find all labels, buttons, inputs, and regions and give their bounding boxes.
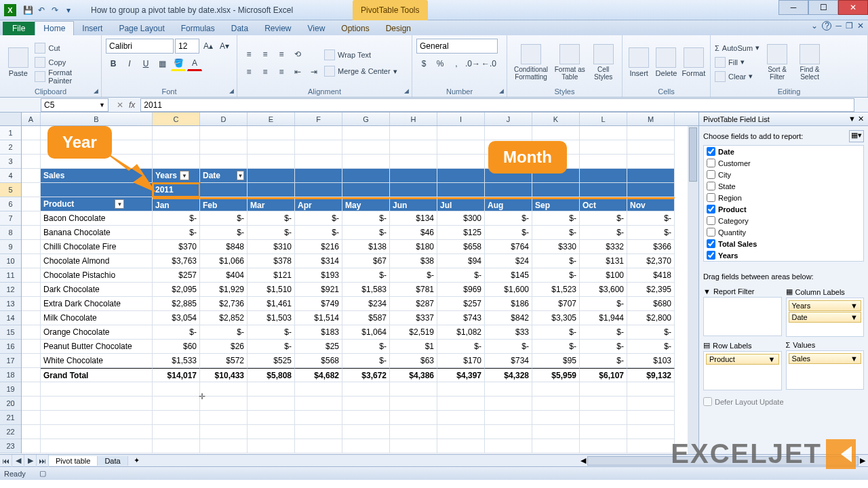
cell[interactable]: Sep (532, 197, 580, 211)
font-size-input[interactable] (175, 39, 199, 54)
cell[interactable]: $131 (580, 254, 627, 268)
cell[interactable] (627, 126, 675, 140)
cell[interactable]: $- (248, 340, 295, 354)
cell[interactable] (200, 382, 248, 396)
cell[interactable] (437, 425, 485, 439)
cell[interactable]: $10,433 (200, 368, 248, 382)
field-checkbox[interactable] (707, 182, 715, 190)
col-header-D[interactable]: D (200, 113, 248, 125)
cell[interactable] (22, 340, 41, 354)
field-checkbox[interactable] (707, 170, 715, 179)
cell[interactable] (532, 425, 580, 439)
area-chip-product[interactable]: Product▼ (706, 354, 779, 365)
cell[interactable]: $2,370 (627, 254, 675, 268)
cell[interactable]: $- (580, 297, 627, 311)
sheet-nav-next-icon[interactable]: ▶ (24, 455, 37, 467)
cell[interactable] (580, 425, 627, 439)
cell[interactable]: $- (342, 354, 390, 368)
tab-design[interactable]: Design (378, 22, 419, 35)
col-header-M[interactable]: M (627, 113, 675, 125)
cell[interactable] (22, 382, 41, 396)
cell[interactable]: $658 (437, 240, 485, 254)
conditional-formatting-button[interactable]: Conditional Formatting (511, 37, 551, 87)
alignment-launcher-icon[interactable]: ◢ (402, 87, 410, 96)
cell[interactable] (41, 396, 153, 411)
cell[interactable]: $- (532, 211, 580, 226)
row-header-14[interactable]: 14 (0, 311, 21, 325)
cell[interactable] (437, 382, 485, 396)
cell[interactable]: Peanut Butter Chocolate (41, 340, 153, 354)
cell[interactable] (437, 439, 485, 453)
underline-button[interactable]: U (138, 56, 153, 71)
cell[interactable]: $2,395 (627, 283, 675, 297)
cell[interactable] (22, 126, 41, 140)
row-header-15[interactable]: 15 (0, 325, 21, 340)
cell[interactable]: $- (342, 340, 390, 354)
cell[interactable]: $- (580, 226, 627, 240)
col-header-I[interactable]: I (437, 113, 485, 125)
cell[interactable]: $3,305 (532, 311, 580, 325)
merge-center-button[interactable]: Merge & Center ▾ (324, 64, 397, 78)
cell[interactable]: $300 (437, 211, 485, 226)
cell[interactable] (390, 382, 437, 396)
cell[interactable]: $- (532, 254, 580, 268)
cell[interactable]: $370 (153, 240, 200, 254)
cell[interactable] (437, 140, 485, 155)
cell[interactable] (437, 411, 485, 425)
cell[interactable]: Apr (295, 197, 342, 211)
field-state[interactable]: State (704, 180, 863, 192)
cell[interactable] (248, 169, 295, 183)
cell[interactable]: $378 (248, 254, 295, 268)
cell[interactable] (580, 183, 627, 197)
comma-icon[interactable]: , (449, 56, 464, 71)
cell[interactable]: $1,064 (342, 325, 390, 340)
cell[interactable]: Chilli Chocolate Fire (41, 240, 153, 254)
cell[interactable] (627, 183, 675, 197)
row-labels-area[interactable]: Product▼ (703, 351, 782, 390)
decrease-decimal-icon[interactable]: ←.0 (481, 56, 496, 71)
column-labels-area[interactable]: Years▼Date▼ (786, 298, 865, 337)
insert-button[interactable]: Insert (627, 37, 651, 87)
cell[interactable] (342, 140, 390, 155)
cell[interactable]: $- (580, 354, 627, 368)
cut-button[interactable]: Cut (35, 41, 97, 55)
col-header-J[interactable]: J (485, 113, 532, 125)
formula-input[interactable]: 2011 (140, 98, 854, 112)
qat-customize-icon[interactable]: ▾ (62, 4, 75, 16)
cell[interactable] (627, 425, 675, 439)
cell[interactable]: $3,763 (153, 254, 200, 268)
cell[interactable]: $- (295, 226, 342, 240)
workbook-close-icon[interactable]: ✕ (857, 21, 864, 30)
cell[interactable] (153, 411, 200, 425)
cell[interactable]: $145 (485, 268, 532, 283)
fill-color-button[interactable]: 🪣 (171, 56, 186, 71)
find-select-button[interactable]: Find & Select (795, 37, 825, 87)
cell[interactable] (485, 411, 532, 425)
row-header-20[interactable]: 20 (0, 396, 21, 411)
cell[interactable]: $749 (295, 297, 342, 311)
cell[interactable] (580, 155, 627, 169)
cell[interactable] (22, 140, 41, 155)
number-launcher-icon[interactable]: ◢ (497, 87, 505, 96)
cell[interactable] (295, 425, 342, 439)
field-checkbox[interactable] (707, 205, 715, 214)
cell[interactable] (532, 183, 580, 197)
row-header-4[interactable]: 4 (0, 169, 21, 183)
cell[interactable]: Grand Total (41, 368, 153, 382)
clear-button[interactable]: Clear ▾ (715, 70, 760, 83)
cell[interactable] (580, 439, 627, 453)
cell[interactable]: $60 (153, 340, 200, 354)
cell[interactable]: $- (200, 325, 248, 340)
cell[interactable]: $- (485, 226, 532, 240)
row-header-13[interactable]: 13 (0, 297, 21, 311)
cell[interactable] (342, 169, 390, 183)
cell[interactable] (342, 382, 390, 396)
align-left-icon[interactable]: ≡ (241, 64, 256, 79)
cell[interactable] (295, 439, 342, 453)
row-header-12[interactable]: 12 (0, 283, 21, 297)
minimize-ribbon-icon[interactable]: ⌄ (811, 21, 818, 30)
cell[interactable]: $216 (295, 240, 342, 254)
bold-button[interactable]: B (106, 56, 121, 71)
select-all-button[interactable] (0, 113, 22, 126)
delete-button[interactable]: Delete (654, 37, 678, 87)
